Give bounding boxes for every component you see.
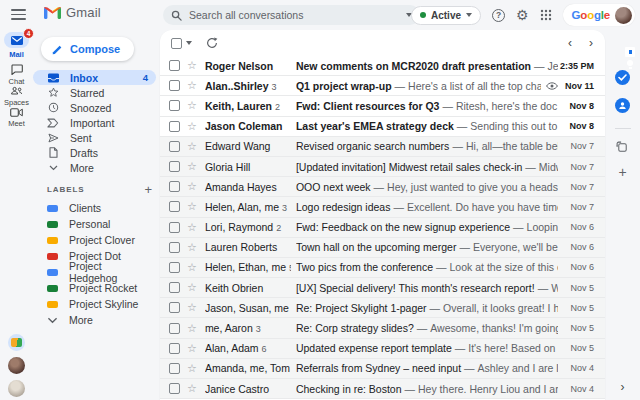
email-snippet: It's here! Based on your feedback, we've… xyxy=(468,342,558,354)
email-date: Nov 4 xyxy=(558,363,605,373)
email-row[interactable]: ☆ Lori, Raymond2 Fwd: Feedback on the ne… xyxy=(160,218,605,238)
chevron-down-icon xyxy=(49,165,58,171)
row-checkbox[interactable] xyxy=(169,302,180,313)
sidebar-label-item[interactable]: Project Clover xyxy=(33,232,160,248)
star-icon[interactable]: ☆ xyxy=(187,121,197,132)
email-row[interactable]: ☆ Jason Coleman Last year's EMEA strateg… xyxy=(160,117,605,137)
row-checkbox[interactable] xyxy=(169,161,180,172)
star-icon[interactable]: ☆ xyxy=(187,242,197,253)
sidebar-label-item[interactable]: Project Skyline xyxy=(33,296,160,312)
email-row[interactable]: ☆ Amanda Hayes OOO next week—Hey, just w… xyxy=(160,177,605,197)
settings-button[interactable]: ⚙ xyxy=(516,8,529,22)
search-bar[interactable]: Search all conversations xyxy=(163,5,420,25)
row-checkbox[interactable] xyxy=(169,323,180,334)
refresh-button[interactable] xyxy=(206,37,218,49)
meet-icon xyxy=(10,108,23,117)
email-row[interactable]: ☆ Keith Obrien [UX] Special delivery! Th… xyxy=(160,278,605,298)
row-checkbox[interactable] xyxy=(169,383,180,394)
sidebar-item-starred[interactable]: Starred xyxy=(33,85,160,100)
email-row[interactable]: ☆ me, Aaron3 Re: Corp strategy slides?—A… xyxy=(160,318,605,338)
email-row[interactable]: ☆ Helen, Alan, me3 Logo redesign ideas—E… xyxy=(160,197,605,217)
email-row[interactable]: ☆ Jason, Susan, me4 Re: Project Skylight… xyxy=(160,298,605,318)
row-checkbox[interactable] xyxy=(169,181,180,192)
rail-item-mail[interactable]: 4 Mail xyxy=(0,32,33,59)
add-label-button[interactable]: + xyxy=(144,183,152,196)
chat-avatar-2[interactable] xyxy=(8,357,25,374)
star-icon[interactable]: ☆ xyxy=(187,222,197,233)
sidebar-label-item[interactable]: Clients xyxy=(33,200,160,216)
email-row[interactable]: ☆ Roger Nelson New comments on MCR2020 d… xyxy=(160,56,605,76)
apps-grid-button[interactable] xyxy=(540,9,552,21)
email-row[interactable]: ☆ Janice Castro Checking in re: Boston—H… xyxy=(160,379,605,399)
chat-avatar-3[interactable] xyxy=(8,380,25,397)
prev-page-button[interactable]: ‹ xyxy=(568,37,572,49)
sidebar-label-item[interactable]: Personal xyxy=(33,216,160,232)
rail-item-chat[interactable]: Chat xyxy=(0,64,33,86)
sidebar-item-important[interactable]: Important xyxy=(33,115,160,130)
row-checkbox[interactable] xyxy=(169,201,180,212)
rail-item-meet[interactable]: Meet xyxy=(0,108,33,128)
user-avatar[interactable] xyxy=(615,7,632,24)
star-icon[interactable]: ☆ xyxy=(187,100,197,111)
help-button[interactable]: ? xyxy=(492,9,505,22)
email-row[interactable]: ☆ Lauren Roberts Town hall on the upcomi… xyxy=(160,238,605,258)
star-icon[interactable]: ☆ xyxy=(187,262,197,273)
contacts-button[interactable] xyxy=(615,98,630,113)
email-row[interactable]: ☆ Amanda, me, Tom3 Referrals from Sydney… xyxy=(160,359,605,379)
star-icon[interactable]: ☆ xyxy=(187,141,197,152)
star-icon[interactable]: ☆ xyxy=(187,282,197,293)
star-icon[interactable]: ☆ xyxy=(187,363,197,374)
sidebar-item-more[interactable]: More xyxy=(33,160,160,175)
search-input[interactable]: Search all conversations xyxy=(189,9,406,21)
next-page-button[interactable]: › xyxy=(589,37,593,49)
star-icon[interactable]: ☆ xyxy=(187,80,197,91)
row-checkbox[interactable] xyxy=(169,121,180,132)
sidebar-label-item[interactable]: Project Hedgehog xyxy=(33,264,160,280)
star-icon[interactable]: ☆ xyxy=(187,181,197,192)
email-sender: Amanda, me, Tom3 xyxy=(205,362,291,374)
chat-avatar-1[interactable] xyxy=(8,334,25,351)
star-icon[interactable]: ☆ xyxy=(187,161,197,172)
compose-button[interactable]: Compose xyxy=(41,37,134,61)
row-checkbox[interactable] xyxy=(169,141,180,152)
hamburger-menu-icon[interactable] xyxy=(11,8,26,21)
select-caret-icon[interactable] xyxy=(186,41,192,45)
email-snippet: Overall, it looks great! I have a few su… xyxy=(443,302,558,314)
status-chip[interactable]: Active xyxy=(411,6,481,25)
email-row[interactable]: ☆ Edward Wang Revised organic search num… xyxy=(160,137,605,157)
row-checkbox[interactable] xyxy=(169,282,180,293)
email-row[interactable]: ☆ Alan, Adam6 Updated expense report tem… xyxy=(160,339,605,359)
account-chip[interactable]: Google xyxy=(563,4,635,26)
sidebar-item-inbox[interactable]: Inbox 4 xyxy=(33,70,156,85)
star-icon[interactable]: ☆ xyxy=(187,60,197,71)
row-checkbox[interactable] xyxy=(169,80,180,91)
select-all-checkbox[interactable] xyxy=(171,38,182,49)
tasks-button[interactable] xyxy=(615,70,630,85)
email-row[interactable]: ☆ Gloria Hill [Updated invitation] Midwe… xyxy=(160,157,605,177)
email-row[interactable]: ☆ Keith, Lauren2 Fwd: Client resources f… xyxy=(160,96,605,116)
row-checkbox[interactable] xyxy=(169,242,180,253)
email-row[interactable]: ☆ Alan..Shirley3 Q1 project wrap-up—Here… xyxy=(160,76,605,96)
subject-snippet-separator: — xyxy=(374,181,385,193)
sidebar-item-drafts[interactable]: Drafts xyxy=(33,145,160,160)
star-icon[interactable]: ☆ xyxy=(187,383,197,394)
email-row[interactable]: ☆ Helen, Ethan, me5 Two pics from the co… xyxy=(160,258,605,278)
row-checkbox[interactable] xyxy=(169,262,180,273)
sidebar-item-sent[interactable]: Sent xyxy=(33,130,160,145)
row-checkbox[interactable] xyxy=(169,222,180,233)
star-icon[interactable]: ☆ xyxy=(187,323,197,334)
row-checkbox[interactable] xyxy=(169,60,180,71)
star-icon[interactable]: ☆ xyxy=(187,302,197,313)
star-icon[interactable]: ☆ xyxy=(187,201,197,212)
addon-button[interactable] xyxy=(616,141,629,154)
row-checkbox[interactable] xyxy=(169,343,180,354)
row-checkbox[interactable] xyxy=(169,100,180,111)
sidebar-label-item[interactable]: More xyxy=(33,312,160,328)
expand-panel-chevron-icon[interactable]: › xyxy=(621,380,625,394)
rail-item-spaces[interactable]: Spaces xyxy=(0,86,33,107)
star-icon[interactable]: ☆ xyxy=(187,343,197,354)
row-checkbox[interactable] xyxy=(169,363,180,374)
get-addons-button[interactable]: + xyxy=(618,165,626,179)
sidebar-item-snoozed[interactable]: Snoozed xyxy=(33,100,160,115)
google-logo: Google xyxy=(572,9,610,21)
